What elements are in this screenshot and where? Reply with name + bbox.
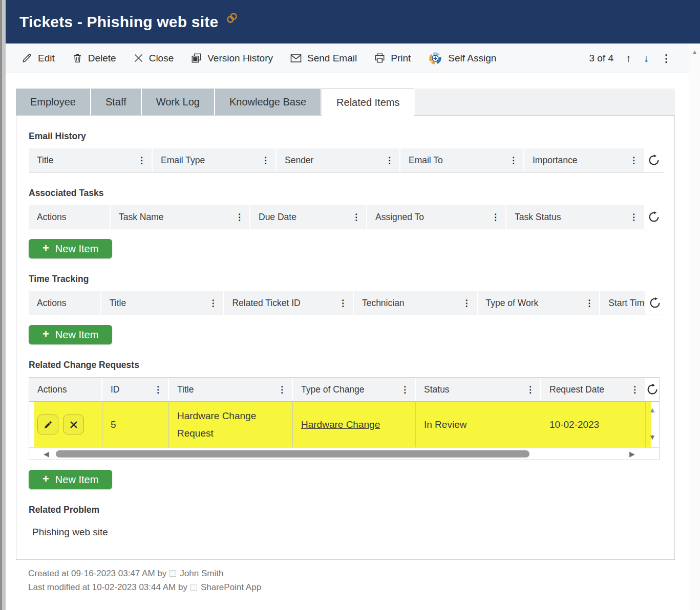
column-header-title[interactable]: Title ⋮ <box>29 148 152 172</box>
column-header-task-status[interactable]: Task Status ⋮ <box>506 205 644 229</box>
new-item-label: New Item <box>55 243 98 255</box>
plus-icon: + <box>43 472 49 486</box>
type-of-change-link[interactable]: Hardware Change <box>301 419 380 430</box>
scrollbar-up-icon[interactable]: ▲ <box>689 48 700 56</box>
row-id-cell: 5 <box>102 402 169 447</box>
column-menu-icon[interactable]: ⋮ <box>505 155 518 166</box>
time-tracking-section: Time Tracking Actions Title ⋮ Related Ti… <box>29 274 664 344</box>
chain-link-icon[interactable] <box>225 11 239 27</box>
edit-row-button[interactable] <box>37 415 58 434</box>
column-menu-icon[interactable]: ⋮ <box>581 298 593 309</box>
close-x-icon <box>69 420 78 429</box>
person-placeholder-icon <box>190 584 197 591</box>
close-button[interactable]: Close <box>133 53 174 64</box>
time-tracking-heading: Time Tracking <box>29 274 664 285</box>
self-assign-icon <box>428 51 443 66</box>
column-menu-icon[interactable]: ⋮ <box>522 384 535 395</box>
scroll-left-icon[interactable]: ◀ <box>44 450 49 458</box>
scroll-up-icon[interactable]: ▲ <box>649 406 656 413</box>
page-vertical-scrollbar[interactable]: ▲ <box>689 43 700 610</box>
refresh-button[interactable] <box>645 205 663 229</box>
column-header-sender[interactable]: Sender ⋮ <box>277 148 399 172</box>
column-header-title[interactable]: Title ⋮ <box>169 378 292 401</box>
version-history-label: Version History <box>207 53 273 64</box>
refresh-button[interactable] <box>645 148 663 172</box>
table-row: 5 Hardware Change Request Hardware Chang… <box>29 402 659 448</box>
grid-horizontal-scrollbar[interactable]: ◀ ▶ <box>29 448 659 460</box>
column-header-status[interactable]: Status ⋮ <box>416 378 540 401</box>
new-item-button[interactable]: + New Item <box>29 470 112 489</box>
new-item-button[interactable]: + New Item <box>29 325 112 344</box>
page-title: Tickets - Phishing web site <box>19 13 218 31</box>
column-header-email-to[interactable]: Email To ⋮ <box>400 148 523 172</box>
related-change-requests-heading: Related Change Requests <box>29 360 664 371</box>
column-header-request-date[interactable]: Request Date ⋮ <box>541 378 645 401</box>
column-header-id[interactable]: ID ⋮ <box>102 378 168 401</box>
delete-row-button[interactable] <box>63 415 84 434</box>
tab-knowledge-base[interactable]: Knowledge Base <box>215 89 321 116</box>
created-by-name: John Smith <box>180 569 223 578</box>
plus-icon: + <box>43 242 49 255</box>
print-button[interactable]: Print <box>374 52 411 64</box>
self-assign-button[interactable]: Self Assign <box>428 51 496 66</box>
column-menu-icon[interactable]: ⋮ <box>334 298 347 309</box>
pencil-icon <box>21 52 33 64</box>
grid-vertical-scroll: ▲ ▼ <box>646 402 659 447</box>
column-menu-icon[interactable]: ⋮ <box>273 384 286 395</box>
column-header-type-of-work[interactable]: Type of Work ⋮ <box>478 291 600 315</box>
column-header-assigned-to[interactable]: Assigned To ⋮ <box>367 205 505 229</box>
delete-button[interactable]: Delete <box>72 52 116 64</box>
column-menu-icon[interactable]: ⋮ <box>133 155 146 166</box>
related-problem-heading: Related Problem <box>29 505 664 515</box>
column-menu-icon[interactable]: ⋮ <box>257 155 270 166</box>
scroll-down-icon[interactable]: ▼ <box>649 433 656 441</box>
related-items-panel: Email History Title ⋮ Email Type ⋮ Sende… <box>16 115 675 560</box>
item-pager: 3 of 4 ↑ ↓ ⋮ <box>589 52 689 64</box>
send-email-label: Send Email <box>307 53 357 64</box>
send-email-button[interactable]: Send Email <box>290 53 357 64</box>
column-header-start-time[interactable]: Start Time <box>600 291 645 315</box>
modified-line: Last modified at 10-02-2023 03:44 AM byS… <box>28 580 675 594</box>
email-history-header-row: Title ⋮ Email Type ⋮ Sender ⋮ Email To ⋮ <box>29 148 664 172</box>
column-header-importance[interactable]: Importance ⋮ <box>524 148 644 172</box>
modified-by-name: SharePoint App <box>201 582 261 592</box>
column-menu-icon[interactable]: ⋮ <box>626 384 639 395</box>
column-header-email-type[interactable]: Email Type ⋮ <box>153 148 275 172</box>
tab-strip: Employee Staff Work Log Knowledge Base R… <box>16 88 675 116</box>
column-menu-icon[interactable]: ⋮ <box>381 155 394 166</box>
refresh-icon <box>648 211 660 223</box>
more-options-icon[interactable]: ⋮ <box>661 52 671 64</box>
associated-tasks-header-row: Actions Task Name ⋮ Due Date ⋮ Assigned … <box>29 205 664 229</box>
tab-staff[interactable]: Staff <box>91 89 141 116</box>
column-header-related-ticket-id[interactable]: Related Ticket ID ⋮ <box>224 291 353 315</box>
column-header-technician[interactable]: Technician ⋮ <box>354 291 477 315</box>
column-menu-icon[interactable]: ⋮ <box>625 155 638 166</box>
column-menu-icon[interactable]: ⋮ <box>625 212 638 223</box>
column-header-title[interactable]: Title ⋮ <box>101 291 223 315</box>
column-header-type-of-change[interactable]: Type of Change ⋮ <box>293 378 415 401</box>
previous-item-icon[interactable]: ↑ <box>626 52 631 64</box>
column-header-task-name[interactable]: Task Name ⋮ <box>111 205 249 229</box>
column-header-due-date[interactable]: Due Date ⋮ <box>250 205 366 229</box>
edit-button[interactable]: Edit <box>21 52 55 64</box>
column-menu-icon[interactable]: ⋮ <box>396 384 409 395</box>
column-menu-icon[interactable]: ⋮ <box>150 384 162 395</box>
title-bar: Tickets - Phishing web site <box>6 0 700 43</box>
column-menu-icon[interactable]: ⋮ <box>458 298 471 309</box>
row-request-date-cell: 10-02-2023 <box>541 402 646 447</box>
close-x-icon <box>133 53 144 63</box>
tab-related-items[interactable]: Related Items <box>322 88 414 116</box>
new-item-button[interactable]: + New Item <box>29 239 112 258</box>
tab-work-log[interactable]: Work Log <box>142 89 214 116</box>
refresh-button[interactable] <box>646 291 664 315</box>
refresh-button[interactable] <box>646 378 659 401</box>
version-history-button[interactable]: Version History <box>190 52 273 64</box>
next-item-icon[interactable]: ↓ <box>644 52 649 64</box>
scrollbar-thumb[interactable] <box>56 450 529 457</box>
column-menu-icon[interactable]: ⋮ <box>231 212 244 223</box>
column-menu-icon[interactable]: ⋮ <box>348 212 360 223</box>
column-menu-icon[interactable]: ⋮ <box>204 298 217 309</box>
tab-employee[interactable]: Employee <box>16 89 90 116</box>
column-menu-icon[interactable]: ⋮ <box>487 212 500 223</box>
scroll-right-icon[interactable]: ▶ <box>629 450 635 458</box>
